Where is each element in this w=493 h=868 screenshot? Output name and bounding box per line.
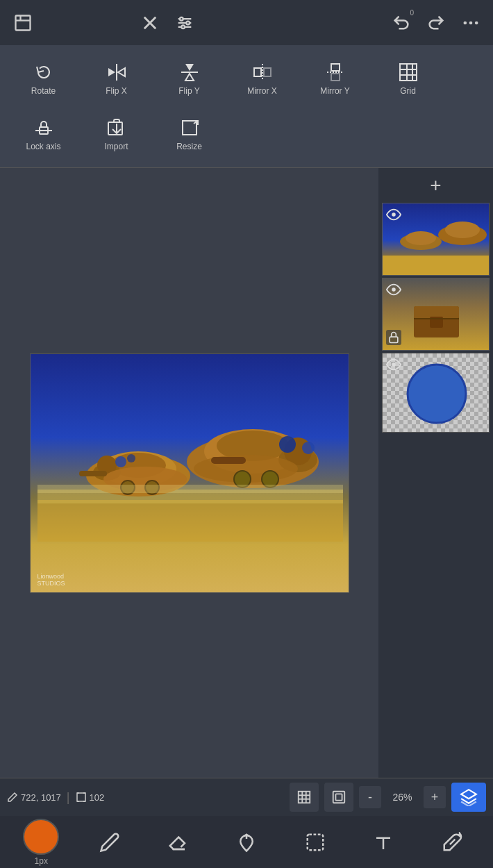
- resize-status-icon: [76, 792, 87, 803]
- close-button[interactable]: [134, 3, 165, 42]
- top-toolbar: 0: [0, 0, 493, 45]
- zoom-out-button[interactable]: -: [359, 786, 381, 808]
- redo-button[interactable]: [420, 3, 451, 42]
- pencil-status-icon: [7, 792, 18, 803]
- submenu-toolbar: Rotate Flip X Flip Y Mirror X: [0, 45, 493, 168]
- add-layer-button[interactable]: +: [422, 172, 450, 199]
- zoom-in-button[interactable]: +: [424, 786, 446, 808]
- svg-point-12: [469, 21, 472, 24]
- svg-rect-88: [299, 792, 310, 803]
- svg-rect-83: [77, 793, 85, 801]
- mirror-x-button[interactable]: Mirror X: [226, 51, 299, 106]
- canvas-artwork: [37, 382, 343, 542]
- dimensions-display: 102: [76, 792, 105, 803]
- file-button[interactable]: [7, 3, 38, 42]
- svg-rect-26: [400, 64, 417, 81]
- svg-marker-95: [461, 790, 476, 799]
- svg-point-10: [181, 25, 185, 28]
- grid-button[interactable]: Grid: [371, 51, 444, 106]
- svg-rect-37: [37, 500, 343, 542]
- layers-button[interactable]: [451, 783, 486, 812]
- color-swatch[interactable]: [23, 819, 59, 855]
- svg-rect-47: [79, 471, 107, 476]
- svg-rect-21: [254, 68, 261, 76]
- layer-visibility-toggle[interactable]: [386, 207, 403, 224]
- resize-button[interactable]: Resize: [153, 106, 226, 162]
- layer-item[interactable]: [382, 353, 490, 433]
- status-bar: 722, 1017 | 102 -: [0, 778, 493, 816]
- eraser-tool-button[interactable]: [160, 824, 196, 860]
- canvas-image[interactable]: Lionwood STUDIOS: [30, 353, 349, 593]
- main-area: Lionwood STUDIOS +: [0, 168, 493, 778]
- bottom-tools: 1px: [0, 816, 493, 868]
- layer-lock-icon: [386, 330, 403, 347]
- svg-point-11: [463, 21, 467, 24]
- layer-visibility-toggle[interactable]: [386, 282, 403, 299]
- more-button[interactable]: [455, 3, 486, 42]
- canvas-area[interactable]: Lionwood STUDIOS: [0, 168, 378, 778]
- svg-rect-94: [335, 794, 342, 800]
- flip-x-button[interactable]: Flip X: [80, 51, 153, 106]
- svg-point-53: [279, 436, 296, 453]
- mirror-y-button[interactable]: Mirror Y: [299, 51, 371, 106]
- svg-point-45: [115, 456, 126, 467]
- import-button[interactable]: Import: [80, 106, 153, 162]
- svg-point-13: [474, 21, 478, 24]
- eyedropper-tool-button[interactable]: [434, 824, 470, 860]
- lock-axis-button[interactable]: Lock axis: [7, 106, 80, 162]
- frame-button[interactable]: [324, 783, 353, 812]
- pencil-tool-button[interactable]: [92, 824, 128, 860]
- zoom-controls: - 26% +: [290, 783, 486, 812]
- svg-rect-25: [331, 74, 340, 81]
- fill-tool-button[interactable]: [228, 824, 265, 860]
- svg-point-74: [392, 287, 396, 292]
- svg-marker-16: [118, 68, 125, 76]
- layer-visibility-toggle[interactable]: [386, 357, 403, 374]
- svg-point-46: [127, 454, 135, 462]
- svg-point-68: [392, 212, 396, 217]
- brush-size-label: 1px: [35, 856, 48, 866]
- zoom-value: 26%: [387, 792, 418, 803]
- svg-rect-22: [264, 68, 271, 76]
- svg-rect-56: [211, 457, 246, 464]
- svg-rect-61: [37, 485, 343, 493]
- svg-point-64: [406, 231, 436, 245]
- flip-y-button[interactable]: Flip Y: [153, 51, 226, 106]
- coords-display: 722, 1017: [7, 792, 61, 803]
- svg-line-100: [450, 839, 456, 844]
- select-tool-button[interactable]: [297, 824, 333, 860]
- undo-button[interactable]: 0: [385, 3, 417, 42]
- svg-rect-93: [333, 792, 345, 803]
- settings-button[interactable]: [169, 3, 200, 42]
- layer-item[interactable]: [382, 203, 490, 276]
- layer-panel: +: [378, 168, 493, 778]
- svg-point-82: [392, 362, 396, 367]
- svg-point-9: [186, 21, 190, 24]
- svg-rect-75: [390, 337, 398, 342]
- color-swatch-container: 1px: [23, 819, 59, 866]
- svg-rect-0: [15, 15, 30, 30]
- svg-point-81: [408, 365, 466, 423]
- svg-marker-19: [185, 74, 194, 81]
- svg-marker-15: [108, 68, 115, 76]
- svg-rect-67: [383, 256, 490, 276]
- svg-point-8: [180, 17, 183, 20]
- text-tool-button[interactable]: [365, 824, 401, 860]
- svg-rect-97: [307, 834, 323, 850]
- svg-marker-18: [185, 64, 194, 71]
- layer-item[interactable]: [382, 278, 490, 351]
- svg-point-54: [302, 442, 315, 454]
- svg-rect-24: [331, 64, 340, 71]
- grid-toggle-button[interactable]: [290, 783, 319, 812]
- watermark: Lionwood STUDIOS: [37, 573, 65, 587]
- rotate-button[interactable]: Rotate: [7, 51, 80, 106]
- undo-badge: 0: [410, 9, 414, 17]
- svg-point-66: [445, 222, 480, 238]
